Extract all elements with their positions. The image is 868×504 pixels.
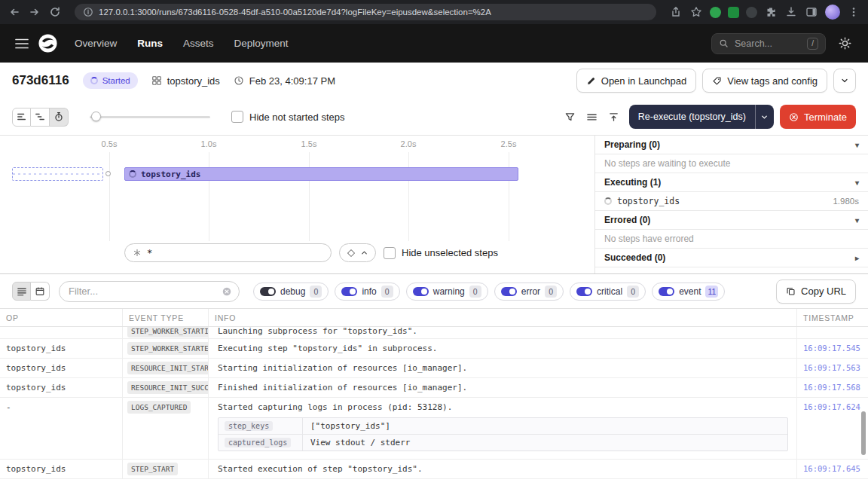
log-timestamp[interactable]: 16:09:17.624 bbox=[797, 398, 868, 459]
browser-url-bar[interactable]: 127.0.0.1:3000/runs/673d6116-0528-45df-a… bbox=[75, 4, 656, 20]
collapse-up-icon[interactable] bbox=[605, 108, 623, 126]
log-filter-input[interactable] bbox=[59, 281, 240, 302]
view-stdout-stderr-link[interactable]: View stdout / stderr bbox=[303, 435, 417, 451]
log-info: Starting initialization of resources [io… bbox=[209, 359, 797, 377]
log-op[interactable]: topstory_ids bbox=[0, 339, 123, 358]
gantt-step-bar[interactable]: topstory_ids bbox=[124, 167, 518, 181]
checkbox-box[interactable] bbox=[384, 247, 396, 259]
slider-knob[interactable] bbox=[91, 111, 101, 121]
nav-runs[interactable]: Runs bbox=[137, 38, 163, 49]
event-type-badge: STEP_WORKER_STARTI... bbox=[127, 327, 209, 338]
extensions-puzzle-icon[interactable] bbox=[764, 5, 778, 19]
browser-menu-icon[interactable] bbox=[847, 5, 860, 19]
run-header-actions: Open in Launchpad View tags and config bbox=[576, 69, 856, 93]
toggle-switch-icon[interactable] bbox=[413, 287, 429, 296]
metadata-key: step_keys bbox=[225, 421, 273, 431]
view-tags-config-button[interactable]: View tags and config bbox=[702, 69, 827, 93]
toggle-switch-icon[interactable] bbox=[659, 287, 674, 296]
open-launchpad-button[interactable]: Open in Launchpad bbox=[576, 69, 696, 93]
global-search-input[interactable]: Search... / bbox=[711, 33, 826, 54]
toggle-switch-icon[interactable] bbox=[260, 287, 276, 296]
chip-info[interactable]: info 0 bbox=[335, 283, 399, 301]
log-op[interactable] bbox=[0, 327, 123, 338]
step-status-panel: Preparing (0) ▾ No steps are waiting to … bbox=[595, 136, 868, 273]
log-op[interactable]: topstory_ids bbox=[0, 460, 123, 478]
flat-view-icon bbox=[17, 111, 27, 122]
filter-funnel-icon[interactable] bbox=[561, 108, 579, 126]
section-preparing[interactable]: Preparing (0) ▾ bbox=[595, 136, 868, 154]
toggle-switch-icon[interactable] bbox=[576, 287, 592, 296]
extension-icon-3[interactable] bbox=[746, 7, 757, 18]
log-timestamp[interactable]: 16:09:17.563 bbox=[797, 359, 868, 377]
clear-filter-icon[interactable] bbox=[222, 286, 232, 297]
executing-step-row[interactable]: topstory_ids 1.980s bbox=[595, 192, 868, 211]
log-op[interactable]: topstory_ids bbox=[0, 378, 123, 397]
gantt-zoom-slider[interactable] bbox=[90, 111, 210, 122]
hide-not-started-checkbox[interactable]: Hide not started steps bbox=[231, 111, 344, 123]
bookmark-star-icon[interactable] bbox=[689, 5, 703, 19]
log-op[interactable]: topstory_ids bbox=[0, 359, 123, 377]
site-info-icon[interactable] bbox=[83, 7, 93, 17]
toggle-switch-icon[interactable] bbox=[341, 287, 357, 296]
nav-menu-icon[interactable] bbox=[12, 34, 32, 53]
gantt-waiting-segment[interactable] bbox=[12, 167, 103, 181]
col-info: INFO bbox=[209, 309, 797, 326]
nav-assets[interactable]: Assets bbox=[183, 38, 214, 49]
section-executing[interactable]: Executing (1) ▾ bbox=[595, 173, 868, 192]
view-timed-button[interactable] bbox=[50, 108, 69, 127]
run-more-actions-button[interactable] bbox=[833, 69, 856, 93]
log-scrollbar-thumb[interactable] bbox=[861, 411, 866, 455]
settings-gear-icon[interactable] bbox=[833, 32, 856, 55]
log-info: Executing step "topstory_ids" in subproc… bbox=[209, 339, 797, 358]
app-nav: Overview Runs Assets Deployment bbox=[75, 38, 289, 49]
zoom-fit-button[interactable] bbox=[339, 243, 376, 262]
run-start-time-label: Feb 23, 4:09:17 PM bbox=[249, 75, 335, 87]
browser-forward-icon[interactable] bbox=[28, 5, 41, 19]
gantt-gridline bbox=[209, 152, 209, 241]
chip-event[interactable]: event 11 bbox=[652, 283, 725, 301]
chip-debug[interactable]: debug 0 bbox=[253, 283, 329, 301]
job-link[interactable]: topstory_ids bbox=[151, 75, 220, 87]
log-view-list-button[interactable] bbox=[12, 282, 31, 301]
browser-back-icon[interactable] bbox=[8, 5, 21, 19]
nav-overview[interactable]: Overview bbox=[75, 38, 117, 49]
log-timestamp[interactable]: 16:09:17.645 bbox=[797, 460, 868, 478]
copy-url-button[interactable]: Copy URL bbox=[776, 279, 856, 304]
hide-not-started-label: Hide not started steps bbox=[249, 111, 344, 123]
chip-warning[interactable]: warning 0 bbox=[406, 283, 488, 301]
rows-icon[interactable] bbox=[583, 108, 601, 126]
step-spinner-icon bbox=[129, 170, 136, 178]
chip-critical[interactable]: critical 0 bbox=[570, 283, 646, 301]
status-spinner-icon bbox=[90, 77, 98, 84]
downloads-icon[interactable] bbox=[784, 5, 798, 19]
log-timestamp[interactable]: 16:09:17.568 bbox=[797, 378, 868, 397]
section-errored[interactable]: Errored (0) ▾ bbox=[595, 211, 868, 230]
nav-deployment[interactable]: Deployment bbox=[234, 38, 289, 49]
sidebar-panel-icon[interactable] bbox=[805, 5, 818, 19]
reexecute-dropdown-button[interactable] bbox=[755, 105, 774, 129]
log-op[interactable]: - bbox=[0, 398, 123, 459]
extension-icon-2[interactable] bbox=[728, 7, 739, 18]
log-view-structured-button[interactable] bbox=[31, 282, 50, 301]
calendar-icon bbox=[35, 286, 45, 297]
reexecute-button[interactable]: Re-execute (topstory_ids) bbox=[629, 105, 755, 129]
browser-profile-avatar[interactable] bbox=[825, 5, 840, 20]
share-icon[interactable] bbox=[669, 5, 683, 19]
hide-unselected-checkbox[interactable]: Hide unselected steps bbox=[384, 247, 498, 259]
extension-icon-1[interactable] bbox=[710, 7, 721, 18]
log-filter-field[interactable] bbox=[69, 286, 222, 297]
section-succeeded[interactable]: Succeeded (0) ▸ bbox=[595, 249, 868, 267]
step-selector-input[interactable] bbox=[124, 243, 332, 262]
log-timestamp[interactable]: 16:09:17.545 bbox=[797, 339, 868, 358]
app-header: Overview Runs Assets Deployment Search..… bbox=[0, 24, 868, 63]
view-flat-button[interactable] bbox=[12, 108, 31, 127]
chip-error[interactable]: error 0 bbox=[494, 283, 564, 301]
browser-refresh-icon[interactable] bbox=[48, 5, 62, 19]
log-timestamp[interactable] bbox=[797, 327, 868, 338]
step-selector-value[interactable] bbox=[147, 248, 323, 258]
toggle-switch-icon[interactable] bbox=[501, 287, 517, 296]
view-waterfall-button[interactable] bbox=[31, 108, 50, 127]
log-info: Started capturing logs in process (pid: … bbox=[209, 398, 797, 459]
terminate-button[interactable]: Terminate bbox=[780, 105, 856, 129]
checkbox-box[interactable] bbox=[231, 111, 243, 123]
